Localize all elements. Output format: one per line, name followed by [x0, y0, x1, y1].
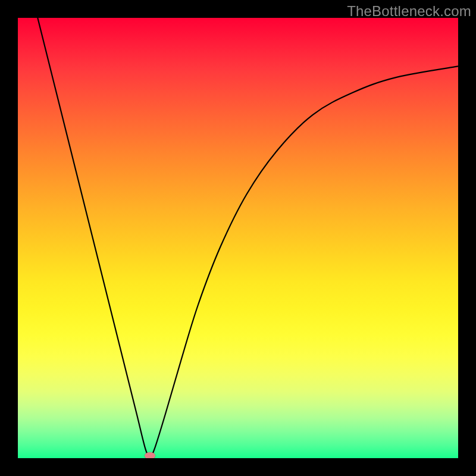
minimum-marker — [145, 452, 155, 458]
watermark-text: TheBottleneck.com — [347, 3, 471, 20]
chart-frame: TheBottleneck.com — [0, 0, 476, 476]
plot-area — [18, 18, 458, 458]
bottleneck-curve — [18, 18, 458, 458]
